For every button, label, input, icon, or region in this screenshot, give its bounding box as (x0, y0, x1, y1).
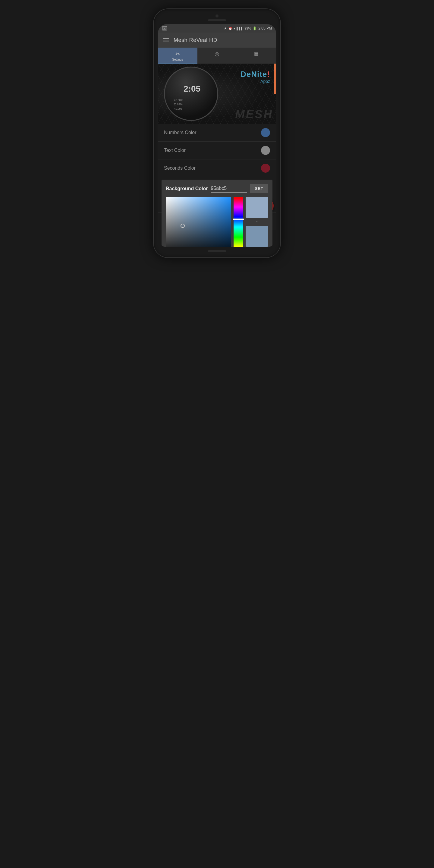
settings-icon: ✂ (176, 51, 180, 57)
orange-bar-accent (274, 64, 276, 94)
phone-speaker-top (208, 19, 226, 21)
dialog-label: Background Color (166, 186, 208, 191)
wifi-icon: ▾ (234, 27, 235, 30)
status-left (162, 26, 167, 30)
gradient-picker[interactable] (166, 197, 231, 247)
dialog-header: Background Color SET (166, 184, 268, 193)
hamburger-line-3 (163, 41, 169, 42)
hue-slider-container (234, 197, 243, 247)
phone-camera (216, 14, 218, 18)
app-bar: Mesh ReVeal HD (158, 33, 276, 48)
battery-percent: 99% (244, 27, 251, 30)
clock-display: 2:05 PM (258, 26, 272, 30)
status-bar: ★ ⏰ ▾ ▌▌▌ 99% 🔋 2:05 PM (158, 24, 276, 33)
tab-watch[interactable]: ◎ (197, 48, 237, 64)
picker-cursor (181, 224, 185, 228)
tab-settings[interactable]: ✂ Settings (158, 48, 197, 64)
gallery-icon (162, 26, 167, 30)
brand-logo: DeNite! Appz (241, 70, 270, 84)
hue-thumb (233, 218, 244, 220)
status-right: ★ ⏰ ▾ ▌▌▌ 99% 🔋 2:05 PM (224, 26, 272, 30)
info-icon: ▦ (254, 51, 258, 56)
phone-speaker-bottom (208, 250, 226, 252)
set-button[interactable]: SET (250, 184, 268, 193)
settings-text-label: Text Color (164, 148, 186, 153)
watch-preview: 2:05 ⌀ 100% ⊡ 99% ≈1.993 DeNite! Appz ME… (158, 64, 276, 124)
hamburger-line-2 (163, 40, 169, 40)
swatch-previous (246, 226, 268, 247)
settings-seconds-label: Seconds Color (164, 165, 195, 171)
numbers-color-dot[interactable] (261, 128, 270, 137)
text-color-dot[interactable] (261, 146, 270, 155)
tab-info[interactable]: ▦ (237, 48, 276, 64)
signal-icon: ▌▌▌ (237, 27, 243, 30)
brand-name: DeNite! (241, 70, 270, 79)
swatch-arrow-icon: ↑ (246, 220, 268, 224)
tab-bar: ✂ Settings ◎ ▦ (158, 48, 276, 64)
watch-time-display: 2:05 (184, 84, 200, 94)
hue-slider[interactable] (234, 197, 243, 247)
settings-item-text[interactable]: Text Color (158, 142, 276, 159)
watch-icon: ◎ (215, 51, 219, 57)
bluetooth-icon: ★ (224, 27, 227, 30)
hamburger-menu-icon[interactable] (163, 38, 169, 42)
color-hex-input[interactable] (211, 184, 247, 193)
swatch-current (246, 197, 268, 218)
color-picker-dialog: Background Color SET (161, 180, 273, 247)
swatches-container: ↑ (246, 197, 268, 247)
brand-appz: Appz (241, 79, 270, 84)
brand-exclaim: ! (267, 70, 270, 79)
settings-item-seconds[interactable]: Seconds Color (158, 159, 276, 177)
alarm-icon: ⏰ (228, 27, 232, 30)
hamburger-line-1 (163, 38, 169, 38)
stat-line-2: ⊡ 99% (174, 102, 183, 106)
phone-device: ★ ⏰ ▾ ▌▌▌ 99% 🔋 2:05 PM Mesh ReVeal HD ✂… (154, 9, 280, 257)
stat-line-1: ⌀ 100% (174, 98, 183, 102)
settings-item-numbers[interactable]: Numbers Color (158, 124, 276, 142)
phone-screen: ★ ⏰ ▾ ▌▌▌ 99% 🔋 2:05 PM Mesh ReVeal HD ✂… (158, 24, 276, 247)
watch-stats: ⌀ 100% ⊡ 99% ≈1.993 (174, 98, 183, 111)
tab-settings-label: Settings (172, 58, 183, 61)
battery-icon: 🔋 (253, 27, 257, 30)
app-title: Mesh ReVeal HD (174, 37, 217, 43)
settings-numbers-label: Numbers Color (164, 130, 196, 135)
mesh-watermark: MESH (235, 108, 273, 121)
color-picker-area: ↑ (166, 197, 268, 247)
stat-line-3: ≈1.993 (174, 107, 183, 111)
watch-circle: 2:05 ⌀ 100% ⊡ 99% ≈1.993 (164, 67, 218, 121)
seconds-color-dot[interactable] (261, 164, 270, 173)
